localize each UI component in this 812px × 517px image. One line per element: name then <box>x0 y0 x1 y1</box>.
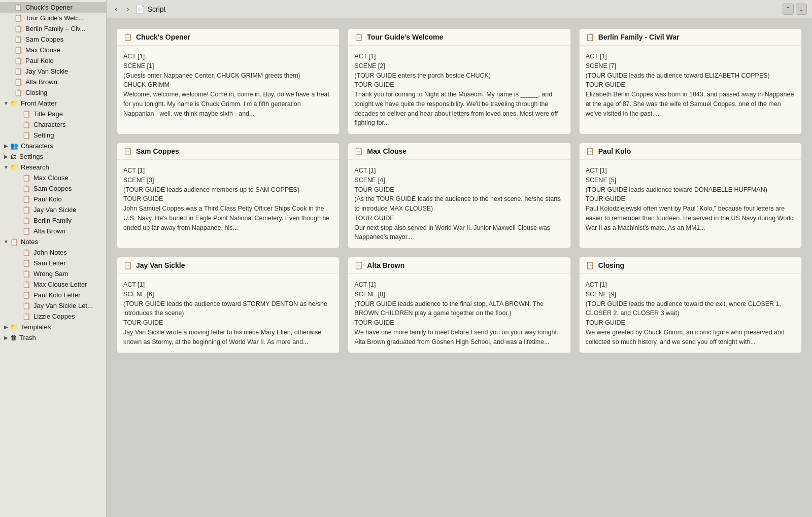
document-icon: 📋 <box>14 89 22 96</box>
sidebar-label: Max Clouse <box>25 46 60 54</box>
sidebar-item-jay-van-sickle-let[interactable]: 📋 Jay Van Sickle Let... <box>0 300 106 311</box>
card-title: Max Clouse <box>367 147 407 155</box>
folder-icon: 📁 <box>10 323 18 331</box>
card-jay-van-sickle[interactable]: 📋Jay Van SickleACT [1]SCENE [6](TOUR GUI… <box>117 257 340 353</box>
sidebar-item-lizzie-coppes[interactable]: 📋 Lizzie Coppes <box>0 311 106 322</box>
document-icon: 📋 <box>22 302 30 309</box>
sidebar-item-berlin-family[interactable]: 📋 Berlin Family – Civ... <box>0 23 106 34</box>
sidebar-item-paul-kolo[interactable]: 📋 Paul Kolo <box>0 55 106 66</box>
sidebar-item-r-alta-brown[interactable]: 📋 Alta Brown <box>0 226 106 236</box>
card-icon: 📋 <box>123 147 132 155</box>
card-max-clouse[interactable]: 📋Max ClouseACT [1]SCENE [4]TOUR GUIDE(As… <box>348 143 570 249</box>
document-icon: 📋 <box>22 195 30 203</box>
sidebar-item-r-berlin-family[interactable]: 📋 Berlin Family <box>0 215 106 226</box>
collapse-button[interactable]: ⌃ <box>783 4 794 15</box>
card-chucks-opener[interactable]: 📋Chuck's OpenerACT [1]SCENE [1](Guests e… <box>117 28 340 134</box>
sidebar-item-paul-kolo-letter[interactable]: 📋 Paul Kolo Letter <box>0 290 106 300</box>
card-icon: 📋 <box>354 261 363 269</box>
sidebar-group-research[interactable]: 📁 Research <box>0 162 106 173</box>
sidebar-label: Paul Kolo <box>25 57 54 64</box>
card-body: ACT [1]SCENE [7](TOUR GUIDE leads the au… <box>580 46 801 124</box>
sidebar-label: Jay Van Sickle Let... <box>33 302 93 309</box>
toolbar-controls: ⌃ ⌄ <box>783 4 807 15</box>
sidebar-group-label: Front Matter <box>21 99 57 107</box>
sidebar-item-max-clouse[interactable]: 📋 Max Clouse <box>0 45 106 55</box>
sidebar-label: Sam Coppes <box>25 36 63 43</box>
card-title: Alta Brown <box>367 261 404 269</box>
sidebar-item-closing[interactable]: 📋 Closing <box>0 87 106 98</box>
card-header: 📋Max Clouse <box>348 143 570 160</box>
sidebar-item-max-clouse-letter[interactable]: 📋 Max Clouse Letter <box>0 279 106 290</box>
sidebar-group-templates[interactable]: 📁 Templates <box>0 322 106 332</box>
sidebar-item-wrong-sam[interactable]: 📋 Wrong Sam <box>0 268 106 279</box>
sidebar-item-chucks-opener[interactable]: 📋 Chuck's Opener <box>0 2 106 13</box>
sidebar-item-r-paul-kolo[interactable]: 📋 Paul Kolo <box>0 194 106 204</box>
sidebar-group-label: Research <box>21 163 49 171</box>
card-icon: 📋 <box>586 261 594 269</box>
sidebar-item-alta-brown[interactable]: 📋 Alta Brown <box>0 77 106 87</box>
sidebar-label: Title Page <box>33 110 63 118</box>
expand-button[interactable]: ⌄ <box>796 4 807 15</box>
card-header: 📋Berlin Family - Civil War <box>580 29 801 46</box>
toolbar: ‹ › 📄 Script ⌃ ⌄ <box>107 0 812 18</box>
card-closing[interactable]: 📋ClosingACT [1]SCENE [9](TOUR GUIDE lead… <box>579 257 802 353</box>
chevron-right-icon <box>3 335 9 341</box>
sidebar-item-setting[interactable]: 📋 Setting <box>0 130 106 141</box>
sidebar-item-r-sam-coppes[interactable]: 📋 Sam Coppes <box>0 183 106 194</box>
cards-grid: 📋Chuck's OpenerACT [1]SCENE [1](Guests e… <box>117 28 802 353</box>
card-title: Chuck's Opener <box>136 33 190 41</box>
card-title: Jay Van Sickle <box>136 261 185 269</box>
sidebar-group-front-matter[interactable]: 📁 Front Matter <box>0 98 106 109</box>
document-icon: 📋 <box>22 174 30 182</box>
card-tour-guide[interactable]: 📋Tour Guide's WelcomeACT [1]SCENE [2](TO… <box>348 28 570 134</box>
sidebar-label: Sam Letter <box>33 259 66 267</box>
sidebar-label: Tour Guide's Welc... <box>25 14 84 22</box>
sidebar-label: Jay Van Sickle <box>33 206 76 214</box>
sidebar-group-label: Characters <box>21 142 53 150</box>
document-icon: 📋 <box>14 57 22 64</box>
sidebar-item-trash[interactable]: 🗑 Trash <box>0 332 106 343</box>
sidebar-group-characters[interactable]: 👥 Characters <box>0 141 106 151</box>
card-body: ACT [1]SCENE [5](TOUR GUIDE leads audien… <box>580 160 801 238</box>
sidebar-label: Alta Brown <box>33 227 65 235</box>
sidebar-group-settings[interactable]: 🗂 Settings <box>0 151 106 162</box>
sidebar-item-r-jay-van-sickle[interactable]: 📋 Jay Van Sickle <box>0 204 106 215</box>
sidebar-item-sam-letter[interactable]: 📋 Sam Letter <box>0 258 106 268</box>
forward-button[interactable]: › <box>123 4 132 15</box>
card-body: ACT [1]SCENE [1](Guests enter Nappanee C… <box>117 46 339 124</box>
sidebar-item-tour-guide[interactable]: 📋 Tour Guide's Welc... <box>0 13 106 23</box>
chevron-right-icon <box>3 143 9 149</box>
sidebar-label: Alta Brown <box>25 78 57 86</box>
card-body: ACT [1]SCENE [4]TOUR GUIDE(As the TOUR G… <box>348 160 570 248</box>
chevron-down-icon <box>3 100 9 107</box>
sidebar-item-jay-van-sickle[interactable]: 📋 Jay Van Sickle <box>0 66 106 77</box>
sidebar-label: Max Clouse <box>33 174 69 182</box>
card-alta-brown[interactable]: 📋Alta BrownACT [1]SCENE [8](TOUR GUIDE l… <box>348 257 570 353</box>
card-paul-kolo[interactable]: 📋Paul KoloACT [1]SCENE [5](TOUR GUIDE le… <box>579 143 802 249</box>
document-icon: 📋 <box>14 67 22 75</box>
chevron-down-icon <box>3 164 9 170</box>
chevron-right-icon <box>3 324 9 330</box>
folder-icon: 📁 <box>10 163 18 171</box>
sidebar-item-r-max-clouse[interactable]: 📋 Max Clouse <box>0 173 106 183</box>
sidebar-item-sam-coppes[interactable]: 📋 Sam Coppes <box>0 34 106 45</box>
card-icon: 📋 <box>586 147 594 155</box>
sidebar-label: Berlin Family <box>33 217 72 224</box>
sidebar-label: Trash <box>19 334 36 341</box>
back-button[interactable]: ‹ <box>112 4 120 15</box>
document-icon: 📋 <box>14 46 22 54</box>
document-icon: 📋 <box>22 313 30 320</box>
document-icon: 📋 <box>22 291 30 299</box>
sidebar-group-notes[interactable]: 📋 Notes <box>0 236 106 247</box>
document-icon: 📋 <box>22 217 30 224</box>
sidebar-item-title-page[interactable]: 📋 Title Page <box>0 109 106 119</box>
card-berlin-family[interactable]: 📋Berlin Family - Civil WarACT [1]SCENE [… <box>579 28 802 134</box>
sidebar-label: Chuck's Opener <box>25 4 73 11</box>
card-sam-coppes[interactable]: 📋Sam CoppesACT [1]SCENE [3](TOUR GUIDE l… <box>117 143 340 249</box>
card-header: 📋Jay Van Sickle <box>117 257 339 274</box>
sidebar-item-john-notes[interactable]: 📋 John Notes <box>0 247 106 258</box>
card-icon: 📋 <box>354 147 363 155</box>
card-title: Sam Coppes <box>136 147 179 155</box>
sidebar-item-characters-front[interactable]: 📋 Characters <box>0 119 106 130</box>
card-body: ACT [1]SCENE [2](TOUR GUIDE enters the p… <box>348 46 570 134</box>
